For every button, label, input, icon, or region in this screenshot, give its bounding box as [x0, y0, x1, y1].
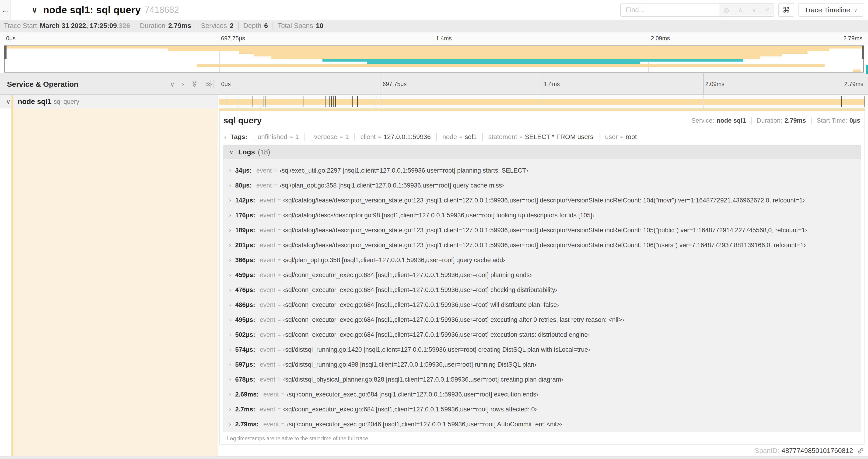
log-row[interactable]: › 142μs: event = ‹sql/catalog/lease/desc…: [223, 193, 861, 208]
log-row[interactable]: › 201μs: event = ‹sql/catalog/lease/desc…: [223, 238, 861, 253]
find-prev-icon[interactable]: ∧: [738, 6, 743, 14]
find-input[interactable]: [621, 3, 719, 16]
log-expander-icon[interactable]: ›: [229, 197, 231, 204]
log-field-value: ‹sql/catalog/lease/descriptor_version_st…: [283, 227, 807, 234]
collapse-one-icon[interactable]: ∨: [170, 80, 175, 88]
log-expander-icon[interactable]: ›: [229, 182, 231, 189]
span-row-name-column[interactable]: ∨ node sql1 sql query: [0, 95, 218, 108]
span-detail-title: sql query: [223, 116, 262, 126]
log-timestamp: 80μs:: [235, 182, 252, 189]
log-timestamp: 574μs:: [235, 346, 255, 353]
log-event-tick: [844, 96, 844, 107]
timeline-gridline: [703, 95, 704, 108]
log-row[interactable]: › 34μs: event = ‹sql/exec_util.go:2297 […: [223, 163, 861, 178]
log-expander-icon[interactable]: ›: [229, 331, 231, 338]
minimap-left-drag-handle[interactable]: [4, 45, 6, 59]
log-expander-icon[interactable]: ›: [229, 242, 231, 249]
minimap-span-bar: [197, 64, 825, 67]
log-row[interactable]: › 459μs: event = ‹sql/conn_executor_exec…: [223, 267, 861, 283]
equals-sign: =: [278, 272, 281, 278]
collapse-all-icon[interactable]: ≫: [191, 81, 198, 88]
log-field-value: ‹sql/exec_util.go:2297 [nsql1,client=127…: [280, 167, 528, 174]
log-expander-icon[interactable]: ›: [229, 406, 231, 413]
log-expander-icon[interactable]: ›: [229, 302, 231, 308]
expand-one-icon[interactable]: ›: [182, 80, 184, 88]
tag-key: node: [442, 133, 457, 141]
trace-minimap[interactable]: [4, 45, 864, 72]
log-expander-icon[interactable]: ›: [229, 346, 231, 353]
find-next-icon[interactable]: ∨: [752, 6, 756, 14]
log-row[interactable]: › 176μs: event = ‹sql/catalog/descs/desc…: [223, 208, 861, 223]
log-row[interactable]: › 189μs: event = ‹sql/catalog/lease/desc…: [223, 223, 861, 238]
span-id-label: SpanID:: [755, 447, 779, 455]
log-event-tick: [841, 96, 842, 107]
collapse-trace-icon[interactable]: ∨: [31, 6, 37, 14]
log-row[interactable]: › 574μs: event = ‹sql/distsql_running.go…: [223, 342, 861, 357]
logs-header[interactable]: ∨ Logs (18): [223, 145, 861, 159]
detail-span-bar[interactable]: [219, 108, 865, 111]
log-event-tick: [326, 96, 326, 107]
log-field-value: ‹sql/distsql_physical_planner.go:828 [ns…: [283, 376, 563, 383]
log-expander-icon[interactable]: ›: [229, 361, 231, 368]
log-row[interactable]: › 2.79ms: event = ‹sql/conn_executor_exe…: [223, 417, 861, 432]
log-row[interactable]: › 678μs: event = ‹sql/distsql_physical_p…: [223, 372, 861, 387]
log-row[interactable]: › 495μs: event = ‹sql/conn_executor_exec…: [223, 312, 861, 327]
log-expander-icon[interactable]: ›: [229, 391, 231, 398]
equals-sign: =: [278, 257, 281, 263]
trace-view-selector[interactable]: Trace Timeline ∨: [799, 3, 863, 17]
meta-label: Service:: [691, 117, 714, 124]
log-field-name: event: [264, 391, 279, 398]
log-row[interactable]: › 476μs: event = ‹sql/conn_executor_exec…: [223, 283, 861, 297]
log-expander-icon[interactable]: ›: [229, 212, 231, 219]
equals-sign: =: [278, 197, 281, 204]
log-expander-icon[interactable]: ›: [229, 421, 231, 428]
trace-name: node sql1: sql query: [43, 4, 141, 15]
locate-icon[interactable]: ◎: [723, 6, 729, 14]
log-row[interactable]: › 502μs: event = ‹sql/conn_executor_exec…: [223, 327, 861, 342]
minimap-canvas[interactable]: [5, 46, 863, 72]
find-box: ◎ ∧ ∨ ×: [620, 3, 774, 17]
log-expander-icon[interactable]: ›: [229, 272, 231, 278]
log-expander-icon[interactable]: ›: [229, 376, 231, 383]
log-expander-icon[interactable]: ›: [229, 317, 231, 323]
log-field-value: ‹sql/distsql_running.go:1420 [nsql1,clie…: [283, 346, 590, 353]
find-clear-icon[interactable]: ×: [766, 6, 769, 13]
equals-sign: =: [274, 167, 277, 174]
log-timestamp: 459μs:: [235, 271, 255, 279]
tag-value: 127.0.0.1:59936: [383, 133, 431, 141]
log-event-tick: [865, 96, 865, 107]
log-row[interactable]: › 366μs: event = ‹sql/plan_opt.go:358 [n…: [223, 253, 861, 267]
span-row: ∨ node sql1 sql query: [0, 95, 868, 108]
minimap-span-bar: [239, 51, 808, 54]
log-row[interactable]: › 80μs: event = ‹sql/plan_opt.go:358 [ns…: [223, 178, 861, 193]
log-expander-icon[interactable]: ›: [229, 287, 231, 293]
equals-sign: =: [278, 317, 281, 323]
span-row-timeline[interactable]: [218, 95, 868, 108]
detail-row-highlight: [13, 108, 218, 456]
log-field-value: ‹sql/catalog/descs/descriptor.go:98 [nsq…: [283, 212, 594, 219]
log-row[interactable]: › 597μs: event = ‹sql/distsql_running.go…: [223, 357, 861, 372]
meta-label: Start Time:: [817, 117, 847, 124]
log-row[interactable]: › 486μs: event = ‹sql/conn_executor_exec…: [223, 297, 861, 312]
log-expander-icon[interactable]: ›: [229, 227, 231, 233]
tags-expander-icon[interactable]: ›: [224, 133, 226, 141]
meta-value: 2.79ms: [784, 117, 806, 124]
span-expander-icon[interactable]: ∨: [6, 95, 10, 108]
logs-expander-icon[interactable]: ∨: [229, 149, 234, 156]
copy-link-icon[interactable]: [857, 447, 864, 455]
log-row[interactable]: › 2.7ms: event = ‹sql/conn_executor_exec…: [223, 402, 861, 417]
log-row[interactable]: › 2.69ms: event = ‹sql/conn_executor_exe…: [223, 387, 861, 402]
log-expander-icon[interactable]: ›: [229, 257, 231, 263]
back-button[interactable]: ←: [0, 0, 11, 20]
column-resizer[interactable]: [211, 80, 214, 88]
trace-info-items: Trace Start March 31 2022, 17:25:09 .326…: [4, 22, 323, 30]
log-event-tick: [335, 96, 336, 107]
keyboard-shortcuts-button[interactable]: ⌘: [778, 3, 794, 17]
equals-sign: =: [278, 302, 281, 308]
axis-tick-label: 1.4ms: [436, 35, 452, 42]
minimap-right-drag-handle[interactable]: [862, 45, 864, 59]
scrollbar-marker[interactable]: [866, 65, 868, 74]
tags-row[interactable]: › Tags: _unfinished = 1 _verbose = 1 cli…: [220, 129, 865, 144]
tag-item: statement = SELECT * FROM users: [482, 133, 593, 141]
log-expander-icon[interactable]: ›: [229, 167, 231, 174]
